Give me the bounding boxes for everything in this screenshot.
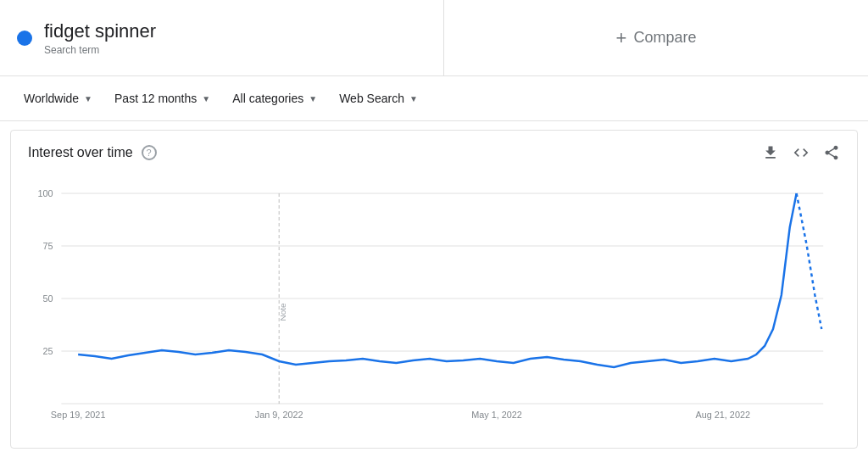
category-filter[interactable]: All categories ▼: [225, 86, 324, 110]
chart-title: Interest over time: [28, 145, 133, 160]
compare-label: Compare: [633, 29, 696, 47]
help-icon[interactable]: ?: [142, 145, 157, 160]
geo-filter-label: Worldwide: [24, 92, 79, 105]
y-label-25: 25: [42, 346, 53, 356]
chart-title-area: Interest over time ?: [28, 145, 157, 160]
x-label-jan: Jan 9, 2022: [255, 410, 303, 420]
chart-section: Interest over time ?: [10, 130, 858, 449]
y-label-50: 50: [42, 293, 53, 304]
x-label-may: May 1, 2022: [471, 410, 522, 420]
time-filter-chevron-icon: ▼: [202, 94, 210, 103]
chart-line-solid: [78, 193, 796, 367]
filter-bar: Worldwide ▼ Past 12 months ▼ All categor…: [0, 76, 868, 121]
compare-button[interactable]: + Compare: [616, 27, 697, 49]
search-dot-icon: [17, 31, 32, 46]
x-label-sep: Sep 19, 2021: [51, 410, 106, 420]
embed-icon[interactable]: [793, 144, 810, 161]
category-filter-chevron-icon: ▼: [309, 94, 317, 103]
source-filter[interactable]: Web Search ▼: [332, 86, 425, 110]
header: fidget spinner Search term + Compare: [0, 0, 868, 76]
source-filter-label: Web Search: [339, 92, 404, 105]
time-filter[interactable]: Past 12 months ▼: [108, 86, 217, 110]
search-term-label: fidget spinner: [44, 20, 156, 42]
download-icon[interactable]: [762, 144, 779, 161]
chart-actions: [762, 144, 840, 161]
search-term-info: fidget spinner Search term: [44, 20, 156, 56]
source-filter-chevron-icon: ▼: [409, 94, 418, 103]
chart-header: Interest over time ?: [11, 131, 857, 168]
interest-over-time-chart: 100 75 50 25 Sep 19, 2021 Jan 9, 2022 Ma…: [19, 176, 840, 431]
x-label-aug: Aug 21, 2022: [695, 410, 750, 420]
note-label: Note: [278, 303, 287, 321]
search-term-section: fidget spinner Search term: [0, 0, 444, 75]
y-label-100: 100: [37, 188, 53, 198]
share-icon[interactable]: [823, 144, 840, 161]
search-type-label: Search term: [44, 44, 156, 56]
category-filter-label: All categories: [232, 92, 303, 105]
time-filter-label: Past 12 months: [114, 92, 197, 105]
geo-filter[interactable]: Worldwide ▼: [17, 86, 99, 110]
compare-section: + Compare: [444, 0, 868, 75]
chart-area: 100 75 50 25 Sep 19, 2021 Jan 9, 2022 Ma…: [11, 168, 857, 448]
y-label-75: 75: [42, 241, 53, 251]
chart-line-dotted: [797, 193, 822, 329]
geo-filter-chevron-icon: ▼: [84, 94, 92, 103]
plus-icon: +: [616, 27, 627, 49]
